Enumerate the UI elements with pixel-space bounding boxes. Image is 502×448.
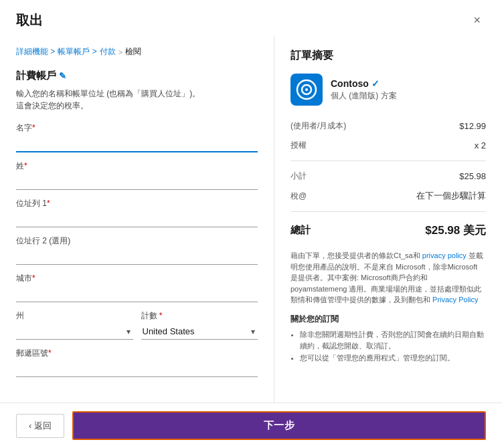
privacy-policy-link[interactable]: privacy policy <box>422 251 467 259</box>
tax-label: 稅@ <box>290 191 307 202</box>
name-required: * <box>32 123 35 132</box>
name-label: 名字* <box>16 122 258 134</box>
divider-2 <box>290 211 486 212</box>
tax-row: 稅@ 在下一個步驟計算 <box>290 186 486 206</box>
back-button[interactable]: ‹ 返回 <box>16 414 64 438</box>
country-label: 計數 * <box>141 310 258 322</box>
product-info: Contoso ✓ 個人 (進階版) 方案 <box>331 78 397 102</box>
price-row-license: 授權 x 2 <box>290 136 486 155</box>
breadcrumb-separator: > <box>118 48 122 56</box>
right-panel: 訂單摘要 Contoso ✓ 個人 (進階版) 方案 <box>274 35 502 403</box>
privacy-policy-link-2[interactable]: Privacy Policy <box>432 296 478 304</box>
cost-label: (使用者/月成本) <box>290 120 346 132</box>
subscription-notes-list: 除非您關閉週期性計費，否則您的訂閱會在續約日期自動續約，截認您開啟、取消訂。 您… <box>290 329 486 364</box>
svg-point-2 <box>305 88 308 91</box>
subtotal-label: 小計 <box>290 171 307 182</box>
section-desc: 輸入您的名稱和帳單位址 (也稱為「購買人位址」)。這會決定您的稅率。 <box>16 88 258 112</box>
address2-label: 位址行 2 (選用) <box>16 235 258 247</box>
product-plan: 個人 (進階版) 方案 <box>331 90 397 102</box>
product-row: Contoso ✓ 個人 (進階版) 方案 <box>290 74 486 106</box>
state-country-row: 州 ▾ 計數 * Un <box>16 310 258 348</box>
breadcrumb-item-payment[interactable]: 付款 <box>100 46 116 58</box>
back-label: 返回 <box>34 420 52 432</box>
city-label: 城市* <box>16 273 258 284</box>
close-button[interactable]: × <box>468 11 486 30</box>
checkout-dialog: 取出 × 詳細機能 > 帳單帳戶 > 付款 > 檢閱 計費帳戶 ✎ 輸入您的名稱… <box>0 0 502 448</box>
subtotal-row: 小計 $25.98 <box>290 166 486 186</box>
dialog-body: 詳細機能 > 帳單帳戶 > 付款 > 檢閱 計費帳戶 ✎ 輸入您的名稱和帳單位址… <box>0 35 502 403</box>
state-select-wrapper: ▾ <box>16 324 133 340</box>
product-name: Contoso <box>331 78 369 89</box>
dialog-title: 取出 <box>16 11 43 29</box>
tax-value: 在下一個步驟計算 <box>416 190 486 202</box>
terms-text: 藉由下單，您接受提供者的條款Ct_sa和 privacy policy 並載明您… <box>290 250 486 306</box>
total-label: 總計 <box>290 224 311 237</box>
bottom-nav: ‹ 返回 下一步 <box>0 403 502 448</box>
product-icon <box>290 74 323 106</box>
left-panel: 詳細機能 > 帳單帳戶 > 付款 > 檢閱 計費帳戶 ✎ 輸入您的名稱和帳單位址… <box>0 35 274 403</box>
breadcrumb-item-billing[interactable]: 帳單帳戶 > <box>58 46 96 58</box>
address1-field-group: 位址列 1* <box>16 198 258 227</box>
subscription-note-2: 您可以從「管理您的應用程式」管理您的訂閱。 <box>300 352 486 364</box>
dialog-header: 取出 × <box>0 0 502 35</box>
country-field-group: 計數 * United States ▾ <box>141 310 258 340</box>
lastname-label: 姓* <box>16 160 258 172</box>
postal-required: * <box>48 348 52 358</box>
name-input[interactable] <box>16 136 258 152</box>
lastname-field-group: 姓* <box>16 160 258 190</box>
address1-input[interactable] <box>16 211 258 227</box>
section-title: 計費帳戶 ✎ <box>16 70 258 82</box>
city-required: * <box>32 273 35 283</box>
postal-input[interactable] <box>16 361 258 377</box>
state-select[interactable] <box>16 324 133 339</box>
address2-field-group: 位址行 2 (選用) <box>16 235 258 265</box>
subtotal-value: $25.98 <box>459 171 486 181</box>
license-value: x 2 <box>475 140 486 150</box>
country-required: * <box>159 311 163 320</box>
breadcrumb-item-review[interactable]: 檢閱 <box>125 46 141 58</box>
postal-label: 郵遞區號* <box>16 348 258 359</box>
divider-1 <box>290 160 486 161</box>
price-row-cost: (使用者/月成本) $12.99 <box>290 116 486 136</box>
country-select[interactable]: United States <box>141 324 258 339</box>
section-title-text: 計費帳戶 <box>16 70 56 82</box>
next-button[interactable]: 下一步 <box>72 411 486 440</box>
lastname-input[interactable] <box>16 174 258 190</box>
cost-value: $12.99 <box>459 121 486 131</box>
country-select-wrapper: United States ▾ <box>141 324 258 340</box>
name-field-group: 名字* <box>16 122 258 152</box>
city-field-group: 城市* <box>16 273 258 302</box>
city-input[interactable] <box>16 286 258 302</box>
address1-required: * <box>47 199 50 208</box>
subscription-notes-title: 關於您的訂閱 <box>290 314 486 325</box>
verified-icon: ✓ <box>371 78 380 89</box>
lastname-required: * <box>24 161 27 171</box>
address1-label: 位址列 1* <box>16 198 258 209</box>
subscription-notes: 關於您的訂閱 除非您關閉週期性計費，否則您的訂閱會在續約日期自動續約，截認您開啟… <box>290 314 486 364</box>
total-value: $25.98 美元 <box>425 223 486 238</box>
total-row: 總計 $25.98 美元 <box>290 217 486 243</box>
state-label: 州 <box>16 310 133 322</box>
subscription-note-1: 除非您關閉週期性計費，否則您的訂閱會在續約日期自動續約，截認您開啟、取消訂。 <box>300 329 486 352</box>
back-chevron-icon: ‹ <box>29 421 31 431</box>
order-summary-title: 訂單摘要 <box>290 49 486 63</box>
license-label: 授權 <box>290 140 307 151</box>
state-field-group: 州 ▾ <box>16 310 133 340</box>
postal-field-group: 郵遞區號* <box>16 348 258 377</box>
address2-input[interactable] <box>16 249 258 265</box>
section-desc-text: 輸入您的名稱和帳單位址 (也稱為「購買人位址」)。這會決定您的稅率。 <box>16 89 200 110</box>
breadcrumb-item-details[interactable]: 詳細機能 > <box>16 46 55 58</box>
edit-icon[interactable]: ✎ <box>59 71 66 81</box>
product-name-row: Contoso ✓ <box>331 78 397 89</box>
breadcrumb: 詳細機能 > 帳單帳戶 > 付款 > 檢閱 <box>16 46 258 58</box>
